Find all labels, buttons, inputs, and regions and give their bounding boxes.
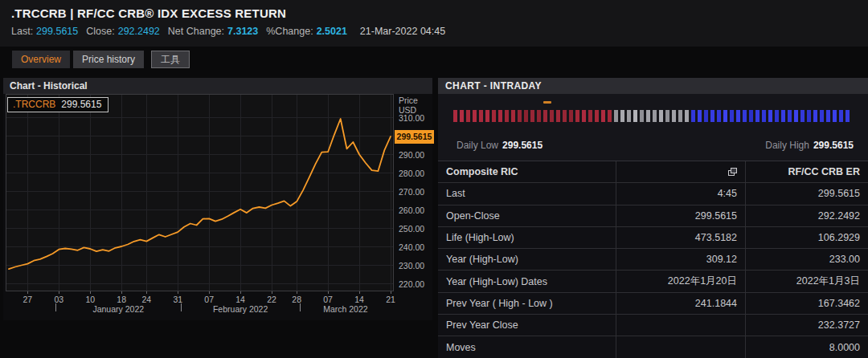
legend-ric: .TRCCRB [13, 99, 55, 110]
session-bar [614, 110, 618, 122]
row-value-1: 241.1844 [616, 293, 745, 314]
quote-stat: Last:299.5615 [11, 26, 78, 37]
session-bar [839, 110, 843, 122]
quote-stat-value: 2.5021 [317, 26, 347, 37]
session-bar [518, 110, 522, 122]
row-value-2: 299.5615 [745, 183, 868, 204]
table-row: Year (High-Low)309.12233.00 [438, 248, 868, 270]
session-bar [781, 110, 785, 122]
quote-stat-label: Close: [86, 26, 114, 37]
daily-low: Daily Low299.5615 [457, 140, 542, 151]
date-axis-tickmark [59, 291, 59, 294]
date-axis-tickmark [209, 291, 210, 294]
price-axis-tick: 290.00 [399, 150, 432, 160]
session-bar [550, 110, 554, 122]
tab-overview[interactable]: Overview [12, 51, 70, 68]
intraday-chart[interactable]: Daily Low299.5615 Daily High299.5615 [438, 94, 868, 161]
session-bar [453, 110, 457, 122]
date-axis-tickmark [240, 291, 241, 294]
session-bar [755, 110, 760, 122]
date-axis-tickmark [146, 291, 147, 294]
table-row: Year (High-Low) Dates2022年1月20日2022年1月3日 [438, 270, 868, 291]
session-bar [820, 110, 824, 122]
tab-工具[interactable]: 工具 [151, 51, 190, 68]
table-header-rf-cc-crb-er: RF/CC CRB ER [745, 161, 868, 182]
session-bar [498, 110, 502, 122]
tab-price-history[interactable]: Price history [73, 51, 144, 68]
session-bar [794, 110, 798, 122]
session-bar [485, 110, 489, 122]
tab-bar: OverviewPrice history工具 [12, 51, 193, 68]
session-bar [807, 110, 811, 122]
session-bar [595, 110, 599, 122]
table-row: Prev Year ( High - Low )241.1844167.3462 [438, 292, 868, 314]
row-label: Prev Year Close [438, 315, 616, 336]
intraday-session-bars [453, 110, 852, 122]
session-bar [717, 110, 721, 122]
row-value-1: 309.12 [616, 249, 745, 270]
session-bar [569, 110, 573, 122]
table-row: Last4:45299.5615 [438, 182, 868, 204]
price-axis-unit: Price [399, 96, 418, 105]
month-axis: January 2022February 2022March 2022 [6, 303, 394, 315]
daily-range-row: Daily Low299.5615 Daily High299.5615 [457, 140, 854, 153]
quote-stat-label: %Change: [266, 26, 313, 37]
table-row: Life (High-Low)473.5182106.2929 [438, 226, 868, 248]
price-axis-tick: 220.00 [399, 279, 432, 289]
session-bar [505, 110, 509, 122]
historical-chart-plot[interactable]: .TRCCRB299.5615 [6, 94, 394, 291]
row-label: Year (High-Low) Dates [438, 271, 616, 291]
table-row: Prev Year Close232.3727 [438, 314, 868, 336]
historical-chart-panel: Chart - Historical .TRCCRB299.5615 Price… [3, 78, 432, 320]
row-value-2: 167.3462 [745, 293, 868, 314]
table-header-composite-ric: Composite RIC [438, 161, 616, 182]
session-bar [582, 110, 586, 122]
row-value-2: 232.3727 [745, 315, 868, 336]
price-axis-tick: 230.00 [399, 261, 432, 271]
legend-price: 299.5615 [61, 99, 101, 110]
session-bar [608, 110, 612, 122]
table-row: Open-Close299.5615292.2492 [438, 205, 868, 226]
intraday-price-marker [543, 101, 551, 104]
row-label: Year (High-Low) [438, 249, 616, 270]
date-axis-tickmark [272, 291, 272, 294]
session-bar [556, 110, 560, 122]
session-bar [575, 110, 579, 122]
session-bar [775, 110, 779, 122]
month-separator [300, 303, 301, 311]
price-axis-tick: 270.00 [399, 187, 432, 197]
session-bar [492, 110, 496, 122]
session-bar [646, 110, 650, 122]
instrument-title: .TRCCRB | RF/CC CRB® IDX EXCESS RETURN [11, 6, 286, 20]
session-bar [768, 110, 772, 122]
session-bar [659, 110, 663, 122]
month-label: March 2022 [323, 304, 367, 314]
row-value-1: 299.5615 [616, 205, 745, 226]
copy-icon-front [731, 168, 737, 173]
session-bar [588, 110, 592, 122]
row-value-2: 2022年1月3日 [745, 271, 868, 291]
row-value-2: 233.00 [745, 249, 868, 270]
session-bar [601, 110, 605, 122]
session-bar [826, 110, 830, 122]
quote-stat-value: 292.2492 [118, 26, 160, 37]
row-value-1: 473.5182 [616, 227, 745, 248]
row-label: Open-Close [438, 205, 616, 226]
quote-header: .TRCCRB | RF/CC CRB® IDX EXCESS RETURN L… [0, 0, 868, 47]
session-bar [620, 110, 624, 122]
session-bar [833, 110, 837, 122]
price-axis-tick: 310.00 [399, 113, 432, 123]
month-label: January 2022 [92, 304, 144, 314]
price-axis-tick: 280.00 [399, 169, 432, 178]
date-axis-tickmark [178, 291, 178, 294]
copy-icon[interactable] [728, 168, 737, 176]
quote-stat-label: Net Change: [168, 26, 224, 37]
session-bar [530, 110, 534, 122]
intraday-panel-title: CHART - INTRADAY [438, 78, 868, 94]
session-bar [743, 110, 747, 122]
table-header-icon-cell [616, 161, 745, 182]
session-bar [672, 110, 676, 122]
quote-stat: %Change:2.5021 [266, 26, 347, 37]
session-bar [479, 110, 483, 122]
historical-chart-title: Chart - Historical [3, 78, 432, 94]
